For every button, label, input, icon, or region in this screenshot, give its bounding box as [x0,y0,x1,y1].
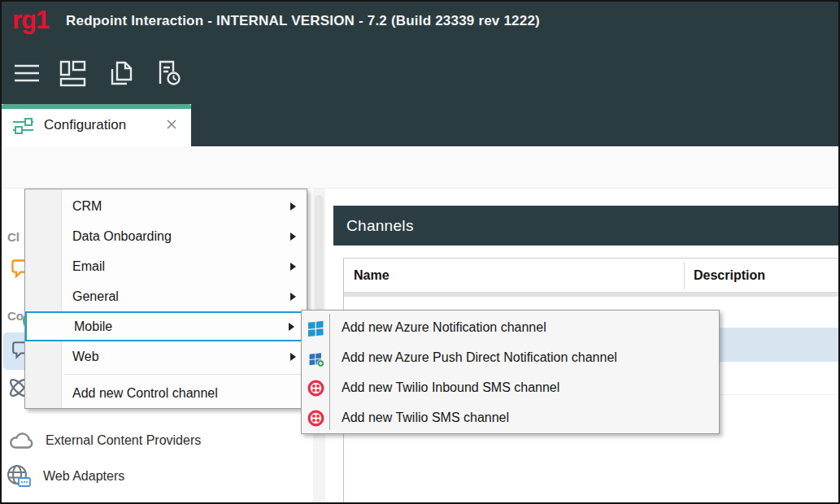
menu-item-label: Mobile [74,319,112,333]
table-header-row: Name Description [344,259,838,293]
submenu-item-label: Add new Twilio Inbound SMS channel [342,380,559,394]
menu-item-add-twilio-inbound-sms[interactable]: Add new Twilio Inbound SMS channel [302,372,719,402]
mobile-submenu: Add new Azure Notification channel Add n… [301,310,720,434]
channels-panel-header: Channels [333,206,838,245]
tab-accent-bar [2,104,191,109]
column-header-name[interactable]: Name [354,259,390,293]
tab-label: Configuration [44,117,126,133]
menu-separator [64,374,305,375]
titlebar: rg1 Redpoint Interaction - INTERNAL VERS… [2,2,838,146]
sidebar-section-label-truncated: Co [7,309,24,323]
pages-copy-icon[interactable] [106,58,137,89]
hamburger-menu-icon[interactable] [11,58,42,89]
menu-item-label: Add new Control channel [72,386,218,400]
submenu-arrow-icon [290,232,296,241]
menu-item-label: Email [72,259,105,273]
submenu-arrow-icon [289,323,294,331]
channels-toolbar: Import & Export History Clone Selected C… [2,146,838,189]
menu-item-data-onboarding[interactable]: Data Onboarding [25,221,307,251]
sidebar-item-label: External Content Providers [46,433,201,448]
sidebar-item-label: Web Adapters [43,469,124,484]
web-adapter-icon [6,463,33,490]
twilio-icon [307,408,325,427]
submenu-arrow-icon [290,353,296,361]
windows-icon [307,318,325,337]
panel-title: Channels [346,217,414,235]
submenu-item-label: Add new Twilio SMS channel [342,411,509,424]
menu-item-label: Data Onboarding [72,229,172,243]
submenu-arrow-icon [290,202,296,211]
menu-item-general[interactable]: General [25,281,307,311]
cloud-icon [7,429,37,452]
menu-item-web[interactable]: Web [25,341,307,371]
app-window: rg1 Redpoint Interaction - INTERNAL VERS… [0,0,840,504]
submenu-arrow-icon [290,293,296,301]
sidebar-item-web-adapters[interactable]: Web Adapters [6,463,124,490]
submenu-item-label: Add new Azure Push Direct Notification c… [342,350,617,364]
close-icon[interactable] [165,118,178,131]
sliders-icon [11,115,36,141]
menu-item-label: General [72,289,119,303]
redpoint-logo: rg1 [12,6,49,35]
windows-add-icon [307,348,325,367]
sidebar-item-external-content-providers[interactable]: External Content Providers [7,429,201,452]
twilio-icon [307,378,325,397]
menu-item-mobile[interactable]: Mobile [25,311,307,341]
menu-item-add-azure-push-direct[interactable]: Add new Azure Push Direct Notification c… [302,342,719,372]
submenu-arrow-icon [290,263,296,271]
file-history-icon[interactable] [153,58,184,89]
tab-configuration[interactable]: Configuration [2,104,191,146]
add-channel-menu: CRM Data Onboarding Email General Mobile… [24,189,307,409]
submenu-item-label: Add new Azure Notification channel [342,320,546,334]
menu-item-label: CRM [72,199,102,213]
window-title: Redpoint Interaction - INTERNAL VERSION … [66,13,540,29]
menu-item-email[interactable]: Email [25,251,307,281]
menu-item-add-control-channel[interactable]: Add new Control channel [25,377,307,410]
layout-dashboard-icon[interactable] [57,58,88,89]
menu-item-crm[interactable]: CRM [25,191,307,221]
column-header-description[interactable]: Description [694,259,765,293]
menu-item-add-azure-notification[interactable]: Add new Azure Notification channel [302,312,719,342]
menu-item-label: Web [72,350,99,363]
column-divider[interactable] [684,262,685,289]
menu-item-add-twilio-sms[interactable]: Add new Twilio SMS channel [302,402,719,432]
sidebar-section-label-truncated: Cl [7,230,20,244]
